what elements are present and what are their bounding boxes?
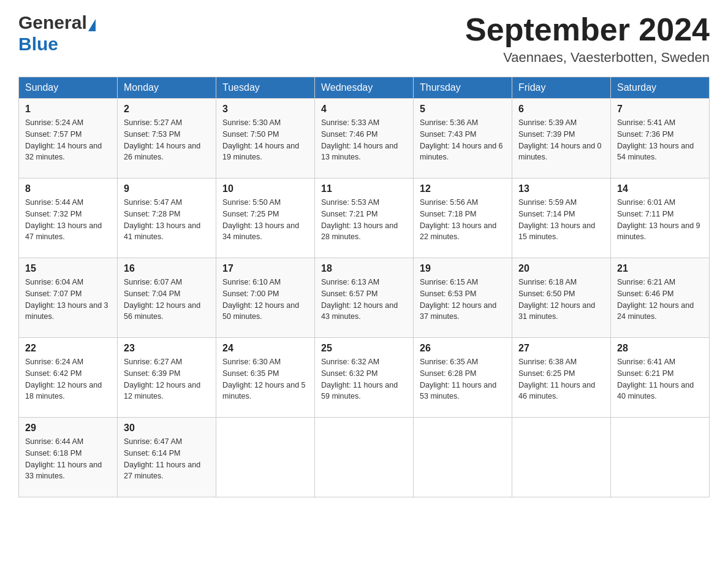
- day-info: Sunrise: 5:27 AMSunset: 7:53 PMDaylight:…: [124, 118, 200, 161]
- day-number: 10: [222, 183, 308, 194]
- table-row: 10 Sunrise: 5:50 AMSunset: 7:25 PMDaylig…: [216, 178, 315, 258]
- day-number: 17: [222, 263, 308, 274]
- day-info: Sunrise: 6:18 AMSunset: 6:50 PMDaylight:…: [518, 278, 595, 321]
- table-row: 1 Sunrise: 5:24 AMSunset: 7:57 PMDayligh…: [19, 99, 118, 178]
- table-row: 26 Sunrise: 6:35 AMSunset: 6:28 PMDaylig…: [414, 338, 512, 418]
- logo-general-text: General: [18, 12, 87, 33]
- week-row-3: 15 Sunrise: 6:04 AMSunset: 7:07 PMDaylig…: [19, 258, 710, 338]
- header-saturday: Saturday: [611, 77, 710, 99]
- table-row: 5 Sunrise: 5:36 AMSunset: 7:43 PMDayligh…: [414, 99, 512, 178]
- day-info: Sunrise: 6:44 AMSunset: 6:18 PMDaylight:…: [25, 437, 102, 480]
- day-info: Sunrise: 6:15 AMSunset: 6:53 PMDaylight:…: [420, 278, 496, 321]
- day-info: Sunrise: 6:30 AMSunset: 6:35 PMDaylight:…: [222, 358, 306, 400]
- day-info: Sunrise: 6:04 AMSunset: 7:07 PMDaylight:…: [25, 278, 108, 321]
- day-info: Sunrise: 6:27 AMSunset: 6:39 PMDaylight:…: [124, 358, 200, 400]
- day-number: 30: [124, 423, 210, 434]
- header-tuesday: Tuesday: [216, 77, 315, 99]
- table-row: 22 Sunrise: 6:24 AMSunset: 6:42 PMDaylig…: [19, 338, 118, 418]
- page-header: General Blue September 2024 Vaennaes, Va…: [18, 12, 710, 66]
- day-number: 26: [420, 343, 506, 354]
- day-info: Sunrise: 5:50 AMSunset: 7:25 PMDaylight:…: [222, 198, 299, 241]
- table-row: 28 Sunrise: 6:41 AMSunset: 6:21 PMDaylig…: [611, 338, 710, 418]
- day-number: 21: [617, 263, 703, 274]
- day-info: Sunrise: 5:39 AMSunset: 7:39 PMDaylight:…: [518, 118, 602, 161]
- day-info: Sunrise: 5:41 AMSunset: 7:36 PMDaylight:…: [617, 118, 694, 161]
- table-row: 11 Sunrise: 5:53 AMSunset: 7:21 PMDaylig…: [315, 178, 414, 258]
- table-row: 25 Sunrise: 6:32 AMSunset: 6:32 PMDaylig…: [315, 338, 414, 418]
- table-row: [414, 418, 512, 497]
- table-row: [611, 418, 710, 497]
- day-number: 23: [124, 343, 210, 354]
- table-row: 7 Sunrise: 5:41 AMSunset: 7:36 PMDayligh…: [611, 99, 710, 178]
- header-thursday: Thursday: [414, 77, 512, 99]
- table-row: 21 Sunrise: 6:21 AMSunset: 6:46 PMDaylig…: [611, 258, 710, 338]
- day-info: Sunrise: 6:07 AMSunset: 7:04 PMDaylight:…: [124, 278, 200, 321]
- table-row: 27 Sunrise: 6:38 AMSunset: 6:25 PMDaylig…: [512, 338, 611, 418]
- week-row-4: 22 Sunrise: 6:24 AMSunset: 6:42 PMDaylig…: [19, 338, 710, 418]
- day-number: 18: [321, 263, 407, 274]
- day-info: Sunrise: 5:44 AMSunset: 7:32 PMDaylight:…: [25, 198, 102, 241]
- table-row: [512, 418, 611, 497]
- table-row: 6 Sunrise: 5:39 AMSunset: 7:39 PMDayligh…: [512, 99, 611, 178]
- month-title: September 2024: [465, 12, 710, 47]
- table-row: 4 Sunrise: 5:33 AMSunset: 7:46 PMDayligh…: [315, 99, 414, 178]
- day-number: 2: [124, 104, 210, 115]
- day-number: 15: [25, 263, 111, 274]
- day-number: 11: [321, 183, 407, 194]
- day-number: 1: [25, 104, 111, 115]
- table-row: 20 Sunrise: 6:18 AMSunset: 6:50 PMDaylig…: [512, 258, 611, 338]
- day-info: Sunrise: 5:53 AMSunset: 7:21 PMDaylight:…: [321, 198, 398, 241]
- logo-blue-text: Blue: [18, 34, 58, 54]
- table-row: 29 Sunrise: 6:44 AMSunset: 6:18 PMDaylig…: [19, 418, 118, 497]
- day-number: 19: [420, 263, 506, 274]
- day-number: 4: [321, 104, 407, 115]
- day-info: Sunrise: 5:33 AMSunset: 7:46 PMDaylight:…: [321, 118, 398, 161]
- day-number: 9: [124, 183, 210, 194]
- table-row: 2 Sunrise: 5:27 AMSunset: 7:53 PMDayligh…: [118, 99, 216, 178]
- day-number: 25: [321, 343, 407, 354]
- day-number: 16: [124, 263, 210, 274]
- weekday-header-row: Sunday Monday Tuesday Wednesday Thursday…: [19, 77, 710, 99]
- day-number: 7: [617, 104, 703, 115]
- week-row-1: 1 Sunrise: 5:24 AMSunset: 7:57 PMDayligh…: [19, 99, 710, 178]
- day-number: 22: [25, 343, 111, 354]
- table-row: 16 Sunrise: 6:07 AMSunset: 7:04 PMDaylig…: [118, 258, 216, 338]
- day-number: 27: [518, 343, 604, 354]
- day-info: Sunrise: 6:13 AMSunset: 6:57 PMDaylight:…: [321, 278, 398, 321]
- day-info: Sunrise: 5:47 AMSunset: 7:28 PMDaylight:…: [124, 198, 200, 241]
- table-row: 15 Sunrise: 6:04 AMSunset: 7:07 PMDaylig…: [19, 258, 118, 338]
- table-row: 8 Sunrise: 5:44 AMSunset: 7:32 PMDayligh…: [19, 178, 118, 258]
- day-info: Sunrise: 6:01 AMSunset: 7:11 PMDaylight:…: [617, 198, 700, 241]
- calendar-table: Sunday Monday Tuesday Wednesday Thursday…: [18, 77, 710, 497]
- day-number: 6: [518, 104, 604, 115]
- day-info: Sunrise: 6:38 AMSunset: 6:25 PMDaylight:…: [518, 358, 595, 400]
- day-number: 12: [420, 183, 506, 194]
- table-row: 17 Sunrise: 6:10 AMSunset: 7:00 PMDaylig…: [216, 258, 315, 338]
- day-info: Sunrise: 5:56 AMSunset: 7:18 PMDaylight:…: [420, 198, 496, 241]
- day-info: Sunrise: 6:21 AMSunset: 6:46 PMDaylight:…: [617, 278, 694, 321]
- day-info: Sunrise: 6:35 AMSunset: 6:28 PMDaylight:…: [420, 358, 496, 400]
- day-info: Sunrise: 6:32 AMSunset: 6:32 PMDaylight:…: [321, 358, 398, 400]
- table-row: 14 Sunrise: 6:01 AMSunset: 7:11 PMDaylig…: [611, 178, 710, 258]
- day-info: Sunrise: 6:47 AMSunset: 6:14 PMDaylight:…: [124, 437, 200, 480]
- table-row: 18 Sunrise: 6:13 AMSunset: 6:57 PMDaylig…: [315, 258, 414, 338]
- logo-general-line: General: [18, 12, 96, 34]
- week-row-5: 29 Sunrise: 6:44 AMSunset: 6:18 PMDaylig…: [19, 418, 710, 497]
- day-number: 29: [25, 423, 111, 434]
- table-row: 19 Sunrise: 6:15 AMSunset: 6:53 PMDaylig…: [414, 258, 512, 338]
- logo: General Blue: [18, 12, 96, 55]
- day-number: 8: [25, 183, 111, 194]
- title-area: September 2024 Vaennaes, Vaesterbotten, …: [465, 12, 710, 66]
- day-info: Sunrise: 5:30 AMSunset: 7:50 PMDaylight:…: [222, 118, 299, 161]
- day-number: 3: [222, 104, 308, 115]
- day-number: 24: [222, 343, 308, 354]
- table-row: 30 Sunrise: 6:47 AMSunset: 6:14 PMDaylig…: [118, 418, 216, 497]
- header-sunday: Sunday: [19, 77, 118, 99]
- day-number: 28: [617, 343, 703, 354]
- day-info: Sunrise: 6:10 AMSunset: 7:00 PMDaylight:…: [222, 278, 299, 321]
- table-row: 24 Sunrise: 6:30 AMSunset: 6:35 PMDaylig…: [216, 338, 315, 418]
- logo-blue-line: Blue: [18, 34, 96, 55]
- table-row: [315, 418, 414, 497]
- table-row: 3 Sunrise: 5:30 AMSunset: 7:50 PMDayligh…: [216, 99, 315, 178]
- day-number: 5: [420, 104, 506, 115]
